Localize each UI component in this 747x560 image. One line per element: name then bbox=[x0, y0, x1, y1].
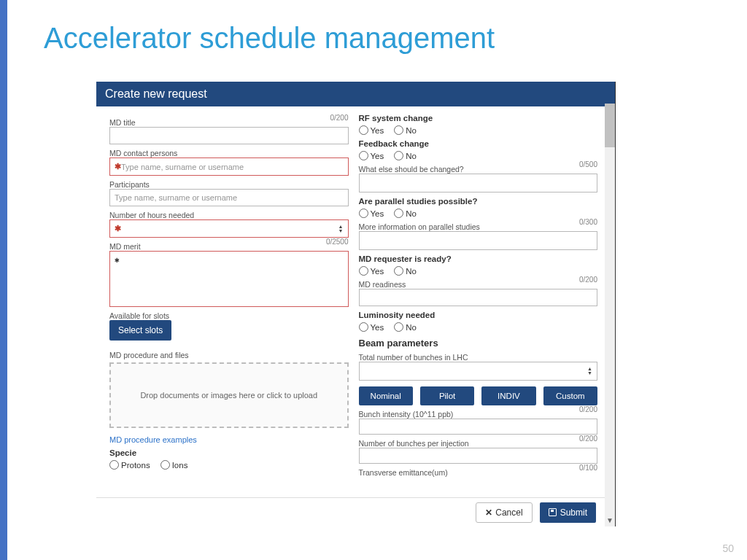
form-body: MD title 0/200 MD contact persons ✱ Part… bbox=[96, 105, 605, 497]
cancel-button[interactable]: ✕Cancel bbox=[476, 502, 532, 523]
intensity-counter: 0/200 bbox=[579, 405, 597, 419]
changed-label: What else should be changed? bbox=[359, 165, 464, 174]
emit-label: Transverse emittance(um) bbox=[359, 468, 448, 477]
select-slots-button[interactable]: Select slots bbox=[109, 320, 171, 341]
parallel-yes[interactable]: Yes bbox=[359, 209, 384, 218]
intensity-label: Bunch intensity (10^11 ppb) bbox=[359, 410, 454, 419]
luminosity-heading: Luminosity needed bbox=[359, 311, 598, 319]
participants-label: Participants bbox=[109, 180, 349, 189]
readiness-input[interactable] bbox=[359, 289, 598, 306]
beam-nominal-button[interactable]: Nominal bbox=[359, 386, 413, 405]
submit-button[interactable]: Submit bbox=[540, 502, 596, 523]
contact-input-field[interactable] bbox=[121, 163, 344, 171]
perinj-label: Number of bunches per injection bbox=[359, 439, 469, 448]
intensity-input[interactable] bbox=[359, 419, 598, 435]
lum-yes[interactable]: Yes bbox=[359, 322, 384, 332]
slide-title: Accelerator schedule management bbox=[44, 22, 495, 55]
changed-counter: 0/500 bbox=[579, 160, 597, 174]
stepper-icon[interactable]: ▲▼ bbox=[587, 366, 595, 376]
parallel-heading: Are parallel studies possible? bbox=[359, 197, 598, 206]
specie-protons[interactable]: Protons bbox=[109, 460, 150, 470]
contact-input[interactable]: ✱ bbox=[109, 158, 349, 176]
beam-preset-buttons: Nominal Pilot INDIV Custom bbox=[359, 386, 598, 405]
slide-accent-bar bbox=[0, 0, 7, 560]
perinj-input[interactable] bbox=[359, 448, 598, 464]
proc-label: MD procedure and files bbox=[109, 351, 349, 359]
specie-radios: Protons Ions bbox=[109, 460, 349, 470]
md-title-counter: 0/200 bbox=[330, 114, 348, 127]
close-icon: ✕ bbox=[485, 508, 492, 518]
ready-no[interactable]: No bbox=[394, 266, 417, 276]
scroll-down-icon[interactable]: ▼ bbox=[605, 515, 615, 526]
bunches-label: Total number of bunches in LHC bbox=[359, 353, 598, 362]
proc-examples-link[interactable]: MD procedure examples bbox=[109, 435, 349, 444]
beam-custom-button[interactable]: Custom bbox=[543, 386, 597, 405]
beam-heading: Beam parameters bbox=[359, 338, 598, 349]
parallel-info-counter: 0/300 bbox=[579, 218, 597, 231]
emit-counter: 0/100 bbox=[579, 464, 597, 477]
fb-yes[interactable]: Yes bbox=[359, 151, 384, 160]
readiness-counter: 0/200 bbox=[579, 276, 597, 289]
required-star-icon: ✱ bbox=[115, 162, 121, 171]
right-column: RF system change Yes No Feedback change … bbox=[359, 114, 598, 491]
parallel-info-label: More information on parallel studies bbox=[359, 222, 480, 231]
rf-no[interactable]: No bbox=[394, 125, 417, 135]
md-title-label: MD title bbox=[109, 118, 136, 127]
left-column: MD title 0/200 MD contact persons ✱ Part… bbox=[109, 114, 349, 491]
perinj-counter: 0/200 bbox=[579, 435, 597, 448]
modal-title: Create new request bbox=[96, 82, 615, 106]
changed-input[interactable] bbox=[359, 174, 598, 192]
parallel-no[interactable]: No bbox=[394, 209, 417, 218]
rf-radios: Yes No bbox=[359, 125, 598, 135]
readiness-label: MD readiness bbox=[359, 280, 406, 289]
hours-input[interactable]: ✱ bbox=[109, 219, 349, 238]
participants-input[interactable] bbox=[109, 189, 349, 206]
lum-no[interactable]: No bbox=[394, 322, 417, 332]
radio-icon bbox=[109, 460, 119, 470]
file-dropzone[interactable]: Drop documents or images here or click t… bbox=[109, 362, 349, 428]
feedback-heading: Feedback change bbox=[359, 139, 598, 148]
stepper-icon[interactable]: ▲▼ bbox=[338, 224, 346, 234]
md-title-input[interactable] bbox=[109, 127, 349, 144]
contact-label: MD contact persons bbox=[109, 149, 349, 158]
app-window: Create new request ▲ ▼ MD title 0/200 MD… bbox=[96, 82, 616, 526]
radio-icon bbox=[160, 460, 170, 470]
hours-label: Number of hours needed bbox=[109, 211, 349, 219]
specie-heading: Specie bbox=[109, 448, 349, 457]
parallel-info-input[interactable] bbox=[359, 231, 598, 250]
bunches-input[interactable] bbox=[359, 362, 598, 381]
beam-indiv-button[interactable]: INDIV bbox=[481, 386, 535, 405]
scroll-thumb[interactable] bbox=[605, 104, 615, 147]
rf-heading: RF system change bbox=[359, 114, 598, 122]
dropzone-text: Drop documents or images here or click t… bbox=[140, 391, 317, 400]
rf-yes[interactable]: Yes bbox=[359, 125, 384, 135]
modal-footer: ✕Cancel Submit bbox=[96, 497, 605, 526]
merit-label: MD merit bbox=[109, 242, 141, 251]
merit-textarea[interactable]: ✱ bbox=[109, 251, 349, 307]
page-number: 50 bbox=[722, 542, 734, 554]
merit-counter: 0/2500 bbox=[326, 238, 349, 251]
save-icon bbox=[549, 508, 557, 516]
ready-heading: MD requester is ready? bbox=[359, 254, 598, 263]
beam-pilot-button[interactable]: Pilot bbox=[420, 386, 474, 405]
ready-yes[interactable]: Yes bbox=[359, 266, 384, 276]
slots-label: Available for slots bbox=[109, 311, 349, 320]
specie-ions[interactable]: Ions bbox=[160, 460, 188, 470]
scrollbar[interactable]: ▲ ▼ bbox=[605, 104, 615, 526]
fb-no[interactable]: No bbox=[394, 151, 417, 160]
